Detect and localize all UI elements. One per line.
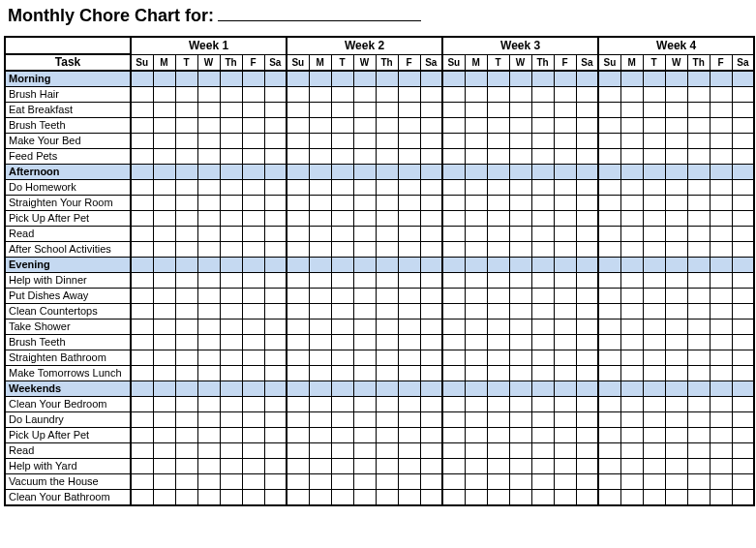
task-day-cell	[220, 443, 242, 459]
task-day-cell	[531, 304, 554, 320]
task-day-cell	[554, 474, 576, 490]
task-day-cell	[264, 118, 287, 134]
task-day-cell	[576, 87, 598, 103]
task-day-cell	[131, 103, 153, 118]
task-day-cell	[242, 428, 264, 443]
task-day-cell	[665, 366, 687, 381]
task-day-cell	[531, 412, 554, 428]
task-day-cell	[220, 490, 242, 506]
task-day-cell	[665, 227, 687, 242]
section-day-cell	[620, 258, 643, 273]
task-day-cell	[710, 180, 732, 196]
task-day-cell	[331, 180, 353, 196]
task-day-cell	[242, 87, 264, 103]
section-day-cell	[420, 381, 442, 397]
task-day-cell	[620, 335, 643, 350]
task-day-cell	[131, 289, 153, 304]
task-day-cell	[487, 103, 509, 118]
task-day-cell	[687, 490, 710, 506]
task-day-cell	[331, 428, 353, 443]
task-day-cell	[220, 397, 242, 412]
section-day-cell	[487, 165, 509, 180]
task-day-cell	[620, 443, 643, 459]
task-day-cell	[576, 273, 598, 289]
task-day-cell	[353, 118, 376, 134]
task-day-cell	[598, 118, 620, 134]
task-day-cell	[732, 366, 754, 381]
task-day-cell	[131, 149, 153, 165]
task-day-cell	[197, 227, 220, 242]
task-day-cell	[264, 273, 287, 289]
task-day-cell	[309, 149, 331, 165]
task-day-cell	[465, 149, 487, 165]
task-day-cell	[487, 273, 509, 289]
task-day-cell	[376, 273, 398, 289]
task-day-cell	[442, 242, 465, 258]
task-day-cell	[264, 196, 287, 211]
task-day-cell	[665, 428, 687, 443]
task-day-cell	[442, 459, 465, 474]
task-day-cell	[576, 412, 598, 428]
task-day-cell	[197, 350, 220, 366]
task-day-cell	[598, 103, 620, 118]
day-header: T	[331, 54, 353, 71]
task-day-cell	[131, 320, 153, 335]
section-day-cell	[153, 258, 175, 273]
section-day-cell	[420, 71, 442, 87]
task-day-cell	[487, 134, 509, 149]
task-day-cell	[242, 180, 264, 196]
task-day-cell	[509, 443, 531, 459]
task-label: After School Activities	[5, 242, 131, 258]
task-day-cell	[353, 273, 376, 289]
task-day-cell	[643, 490, 665, 506]
task-day-cell	[353, 474, 376, 490]
task-label: Read	[5, 443, 131, 459]
task-day-cell	[598, 474, 620, 490]
section-day-cell	[175, 381, 197, 397]
task-day-cell	[554, 227, 576, 242]
task-day-cell	[465, 103, 487, 118]
task-day-cell	[264, 412, 287, 428]
task-day-cell	[242, 273, 264, 289]
task-day-cell	[175, 103, 197, 118]
task-day-cell	[175, 335, 197, 350]
task-day-cell	[665, 397, 687, 412]
task-day-cell	[598, 428, 620, 443]
task-day-cell	[442, 428, 465, 443]
task-day-cell	[620, 87, 643, 103]
task-day-cell	[687, 320, 710, 335]
task-day-cell	[643, 242, 665, 258]
task-day-cell	[420, 459, 442, 474]
task-day-cell	[442, 366, 465, 381]
task-day-cell	[643, 149, 665, 165]
task-day-cell	[197, 443, 220, 459]
task-day-cell	[309, 242, 331, 258]
task-day-cell	[732, 134, 754, 149]
task-day-cell	[175, 459, 197, 474]
section-day-cell	[598, 381, 620, 397]
task-day-cell	[197, 118, 220, 134]
task-day-cell	[175, 118, 197, 134]
task-day-cell	[420, 180, 442, 196]
task-day-cell	[242, 289, 264, 304]
task-day-cell	[376, 196, 398, 211]
task-day-cell	[487, 443, 509, 459]
task-day-cell	[643, 87, 665, 103]
task-day-cell	[554, 335, 576, 350]
section-day-cell	[376, 71, 398, 87]
day-header: T	[643, 54, 665, 71]
task-day-cell	[442, 474, 465, 490]
section-day-cell	[398, 165, 420, 180]
task-day-cell	[309, 118, 331, 134]
task-day-cell	[353, 180, 376, 196]
section-day-cell	[509, 381, 531, 397]
task-day-cell	[264, 211, 287, 227]
task-day-cell	[487, 180, 509, 196]
task-day-cell	[665, 474, 687, 490]
task-day-cell	[620, 350, 643, 366]
chart-title: Monthly Chore Chart for:	[8, 6, 214, 26]
task-day-cell	[376, 443, 398, 459]
task-day-cell	[353, 304, 376, 320]
task-day-cell	[175, 273, 197, 289]
task-day-cell	[309, 103, 331, 118]
